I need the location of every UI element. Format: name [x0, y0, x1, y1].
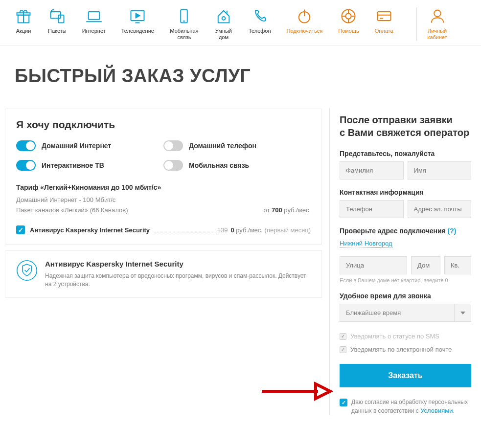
nav-item-card[interactable]: Оплата [375, 7, 393, 41]
label-address-text: Проверьте адрес подключения [340, 227, 446, 235]
consent-text: Даю согласие на обработку персональных д… [351, 398, 471, 415]
tariff-price: от 700 руб./мес. [263, 206, 311, 217]
svg-rect-22 [377, 12, 390, 21]
nav-item-laptop[interactable]: Интернет [82, 7, 106, 41]
label-time: Удобное время для звонка [340, 292, 471, 300]
addon-zero: 0 [230, 226, 234, 234]
toggle-item: Домашний Интернет [16, 140, 163, 151]
lifebuoy-icon [340, 7, 357, 25]
nav-item-devices[interactable]: Пакеты [48, 7, 67, 41]
notify-email-label: Уведомлять по электронной почте [350, 346, 452, 353]
toggle-item: Интерактивное ТВ [16, 160, 163, 171]
address-help-icon[interactable]: (?) [448, 227, 457, 235]
main-content: Я хочу подключить Домашний ИнтернетДомаш… [0, 109, 481, 415]
phone-input[interactable] [340, 200, 404, 218]
consent-link[interactable]: Условиями. [420, 407, 455, 414]
toggles-row: Домашний ИнтернетДомашний телефонИнтерак… [16, 140, 311, 179]
addon-checkbox[interactable] [16, 225, 25, 234]
toggle-label: Домашний телефон [189, 142, 256, 150]
consent-row: Даю согласие на обработку персональных д… [340, 398, 471, 415]
nav-label: Помощь [338, 28, 359, 34]
top-nav: АкцииПакетыИнтернетТелевидениеМобильная … [0, 0, 481, 46]
toggle-label: Мобильная связь [189, 161, 249, 169]
notify-sms-checkbox[interactable] [340, 333, 346, 340]
mobile-icon [175, 7, 193, 25]
nav-item-tv[interactable]: Телевидение [121, 7, 154, 41]
time-select[interactable]: Ближайшее время [340, 304, 455, 322]
info-text: Антивирус Kaspersky Internet Security На… [45, 260, 311, 289]
form-title-line1: После отправки заявки [340, 114, 453, 125]
nav-item-mobile[interactable]: Мобильная связь [170, 7, 199, 41]
nav-label: Телевидение [121, 28, 154, 34]
nav-item-lifebuoy[interactable]: Помощь [338, 7, 359, 41]
price-suffix: руб./мес. [282, 206, 311, 214]
address-hint: Если в Вашем доме нет квартир, введите 0 [340, 277, 471, 283]
addon-note: (первый месяц) [265, 226, 311, 234]
nav-item-gift[interactable]: Акции [15, 7, 32, 41]
street-input[interactable] [340, 256, 407, 274]
nav-item-power[interactable]: Подключиться [287, 7, 323, 41]
info-title: Антивирус Kaspersky Internet Security [45, 260, 311, 268]
order-form: После отправки заявкис Вами свяжется опе… [329, 109, 476, 415]
addon-name: Антивирус Kaspersky Internet Security [30, 226, 150, 234]
toggle-switch[interactable] [163, 140, 183, 151]
nav-label: Умный дом [214, 28, 233, 41]
left-column: Я хочу подключить Домашний ИнтернетДомаш… [5, 109, 322, 415]
order-button[interactable]: Заказать [340, 364, 471, 387]
city-link[interactable]: Нижний Новгород [340, 240, 392, 247]
notify-email-checkbox[interactable] [340, 346, 346, 353]
dots-filler [154, 232, 213, 232]
devices-icon [48, 7, 66, 25]
addon-price: 1390 руб./мес. (первый месяц) [217, 226, 311, 234]
svg-marker-8 [136, 13, 140, 18]
nav-label: Пакеты [48, 28, 67, 34]
nav-label: Телефон [249, 28, 271, 34]
form-title-line2: с Вами свяжется оператор [340, 127, 469, 138]
price-prefix: от [263, 206, 272, 214]
price-value: 700 [272, 206, 282, 214]
label-address: Проверьте адрес подключения (?) [340, 227, 471, 235]
svg-rect-4 [58, 15, 64, 23]
svg-point-12 [222, 17, 226, 20]
toggle-switch[interactable] [163, 160, 183, 171]
time-dropdown-button[interactable] [455, 304, 471, 322]
apartment-input[interactable] [444, 256, 471, 274]
shield-icon [16, 260, 38, 281]
firstname-input[interactable] [408, 161, 472, 179]
email-input[interactable] [408, 200, 472, 218]
svg-point-26 [17, 261, 37, 280]
toggle-label: Домашний Интернет [42, 142, 111, 150]
toggle-switch[interactable] [16, 140, 36, 151]
nav-label: Подключиться [287, 28, 323, 34]
nav-label: Оплата [375, 28, 393, 34]
toggle-item: Мобильная связь [163, 160, 311, 171]
user-icon [429, 7, 446, 25]
notify-email-row[interactable]: Уведомлять по электронной почте [340, 346, 471, 353]
nav-item-home[interactable]: Умный дом [214, 7, 233, 41]
svg-rect-5 [88, 12, 99, 20]
nav-item-phone[interactable]: Телефон [249, 7, 271, 41]
laptop-icon [85, 7, 103, 25]
nav-label: Мобильная связь [170, 28, 199, 41]
lastname-input[interactable] [340, 161, 404, 179]
home-icon [215, 7, 232, 25]
info-desc: Надежная защита компьютера от вредоносны… [45, 272, 311, 289]
tv-icon [129, 7, 146, 25]
toggle-label: Интерактивное ТВ [42, 161, 104, 169]
nav-item-user[interactable]: Личный кабинет [424, 7, 451, 41]
notify-sms-label: Уведомлять о статусе по SMS [350, 333, 439, 340]
form-title: После отправки заявкис Вами свяжется опе… [340, 113, 471, 139]
toggle-item: Домашний телефон [163, 140, 311, 151]
label-name: Представьтесь, пожалуйста [340, 150, 471, 157]
page-title: БЫСТРЫЙ ЗАКАЗ УСЛУГ [0, 46, 481, 109]
toggle-switch[interactable] [16, 160, 36, 171]
phone-icon [251, 7, 269, 25]
info-panel: Антивирус Kaspersky Internet Security На… [5, 250, 322, 298]
tariff-line-2: Пакет каналов «Легкий» (66 Каналов) [16, 206, 128, 214]
nav-label: Личный кабинет [424, 28, 451, 41]
svg-point-25 [434, 10, 441, 17]
house-input[interactable] [411, 256, 440, 274]
nav-label: Акции [16, 28, 31, 34]
notify-sms-row[interactable]: Уведомлять о статусе по SMS [340, 333, 471, 340]
consent-checkbox[interactable] [340, 399, 347, 406]
